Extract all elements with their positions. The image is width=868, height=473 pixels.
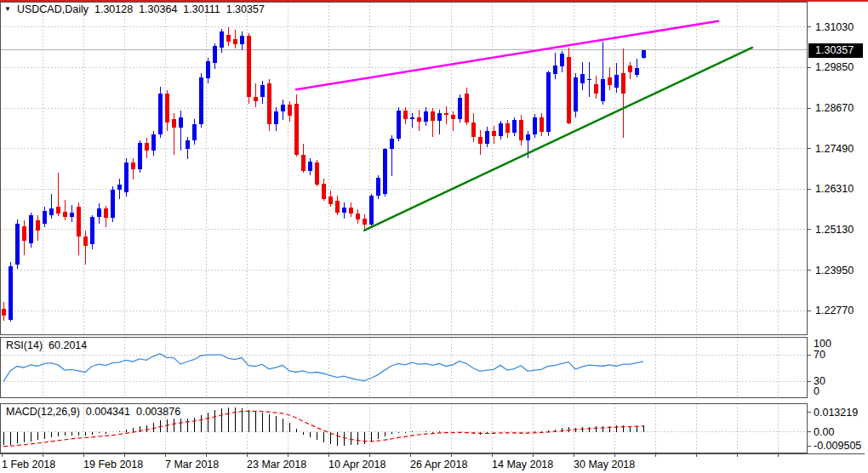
price-axis-label: 1.28670 — [815, 102, 854, 114]
ohlc-low: 1.30111 — [183, 3, 220, 15]
rsi-axis-label: 0 — [814, 385, 819, 397]
date-axis-label: 30 May 2018 — [574, 459, 635, 470]
rsi-axis-label: 100 — [814, 338, 831, 350]
date-axis-label: 23 Mar 2018 — [247, 459, 306, 470]
price-axis-label: 1.25130 — [815, 224, 854, 236]
macd-axis-label: -0.009505 — [814, 440, 861, 452]
rsi-current-value: 60.2014 — [49, 339, 87, 351]
date-axis-label: 1 Feb 2018 — [2, 459, 55, 470]
current-price-tag: 1.30357 — [808, 43, 863, 58]
price-axis-label: 1.23950 — [815, 265, 854, 276]
price-axis-label: 1.26310 — [815, 183, 854, 195]
price-axis-label: 1.22770 — [815, 305, 854, 316]
main-chart-area[interactable] — [0, 2, 807, 335]
date-axis-label: 14 May 2018 — [492, 459, 553, 470]
price-axis-label: 1.29850 — [815, 61, 854, 73]
rsi-indicator-name: RSI(14) — [6, 339, 43, 351]
ohlc-close: 1.30357 — [226, 3, 265, 15]
macd-panel-title: MACD(12,26,9) 0.004341 0.003876 — [6, 406, 186, 418]
mt4-chart-window: ▼ USDCAD,Daily 1.30128 1.30364 1.30111 1… — [0, 0, 868, 473]
symbol-timeframe-label: USDCAD,Daily — [17, 3, 89, 15]
price-axis-label: 1.27490 — [815, 143, 854, 155]
macd-signal-value: 0.003876 — [136, 406, 180, 418]
ohlc-high: 1.30364 — [139, 3, 177, 15]
rsi-panel-title: RSI(14) 60.2014 — [6, 339, 93, 351]
date-axis-label: 10 Apr 2018 — [328, 459, 385, 470]
macd-main-value: 0.004341 — [86, 406, 130, 418]
date-axis-label: 7 Mar 2018 — [165, 459, 219, 470]
rsi-axis-label: 70 — [814, 349, 825, 361]
ohlc-open: 1.30128 — [94, 3, 133, 15]
chart-collapse-icon: ▼ — [4, 5, 11, 13]
price-axis-label: 1.31030 — [815, 21, 854, 33]
macd-axis-label: 0.00 — [814, 426, 834, 438]
date-axis-label: 26 Apr 2018 — [410, 459, 467, 470]
macd-axis-label: 0.013219 — [814, 407, 858, 419]
macd-indicator-name: MACD(12,26,9) — [6, 406, 80, 418]
date-axis-label: 19 Feb 2018 — [83, 459, 143, 470]
chart-header: ▼ USDCAD,Daily 1.30128 1.30364 1.30111 1… — [4, 3, 271, 15]
rsi-indicator-area[interactable] — [0, 337, 807, 397]
